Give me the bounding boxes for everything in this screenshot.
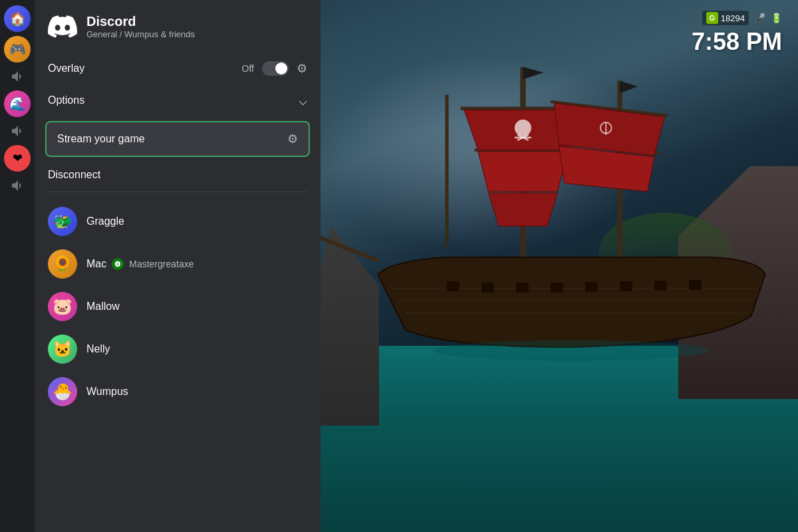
header-title: Discord (86, 14, 195, 29)
svg-rect-24 (551, 283, 563, 293)
battery-icon: 🔋 (771, 13, 782, 23)
user-name-wumpus: Wumpus (86, 386, 128, 398)
user-list: 🐲 Graggle 🌻 Mac Mastergreataxe 🐷 Mallow … (35, 195, 321, 532)
sidebar-item-game[interactable]: 🎮 (4, 36, 31, 63)
user-info-graggle: Graggle (86, 215, 124, 227)
svg-rect-27 (654, 281, 667, 291)
svg-marker-29 (523, 67, 543, 80)
mic-icon: 🎤 (754, 13, 765, 23)
chevron-down-icon: ⌵ (299, 92, 307, 109)
user-name-nelly: Nelly (86, 343, 110, 355)
overlay-label: Overlay (48, 63, 84, 74)
stream-gear-icon[interactable]: ⚙ (287, 132, 298, 146)
user-info-nelly: Nelly (86, 343, 110, 355)
user-name-mac: Mac (86, 258, 106, 270)
avatar-mallow: 🐷 (48, 292, 77, 321)
header-text: Discord General / Wumpus & friends (86, 14, 195, 39)
avatar-wumpus: 🐣 (48, 377, 77, 406)
overlay-gear-icon[interactable]: ⚙ (297, 61, 307, 76)
sidebar-speaker-1 (4, 66, 31, 86)
svg-rect-23 (516, 283, 529, 293)
sidebar-item-red[interactable]: ❤ (4, 145, 31, 172)
user-info-mallow: Mallow (86, 301, 120, 313)
overlay-status-text: Off (242, 63, 254, 74)
svg-point-12 (515, 120, 531, 136)
sidebar: 🏠 🎮 🌊 ❤ (0, 0, 35, 532)
svg-rect-28 (689, 280, 702, 290)
discord-logo-icon (48, 12, 77, 41)
sidebar-speaker-3 (4, 176, 31, 196)
sidebar-item-home[interactable]: 🏠 (4, 5, 31, 32)
user-info-wumpus: Wumpus (86, 386, 128, 398)
user-item-wumpus[interactable]: 🐣 Wumpus (35, 370, 321, 413)
svg-rect-26 (620, 281, 632, 291)
user-item-graggle[interactable]: 🐲 Graggle (35, 200, 321, 243)
ship-container (303, 53, 798, 399)
xbox-icon (112, 258, 124, 270)
options-row[interactable]: Options ⌵ (35, 84, 321, 117)
avatar-graggle: 🐲 (48, 207, 77, 236)
svg-marker-30 (620, 81, 638, 94)
avatar-nelly: 🐱 (48, 334, 77, 364)
user-item-nelly[interactable]: 🐱 Nelly (35, 328, 321, 370)
user-info-mac: Mac Mastergreataxe (86, 258, 194, 270)
user-name-mallow: Mallow (86, 301, 120, 313)
geforce-number: 18294 (721, 13, 745, 23)
sidebar-item-blue[interactable]: 🌊 (4, 90, 31, 117)
user-item-mallow[interactable]: 🐷 Mallow (35, 285, 321, 328)
svg-rect-22 (481, 283, 494, 293)
stream-button[interactable]: Stream your game ⚙ (45, 121, 310, 157)
status-icons: G 18294 🎤 🔋 (702, 11, 782, 25)
svg-marker-9 (488, 193, 557, 226)
gamertag-mac: Mastergreataxe (129, 259, 194, 269)
geforce-badge: G 18294 (702, 11, 749, 25)
svg-marker-8 (478, 152, 568, 192)
user-name-graggle: Graggle (86, 215, 124, 227)
overlay-controls: Off ⚙ (242, 61, 307, 76)
geforce-icon: G (706, 12, 718, 24)
user-item-mac[interactable]: 🌻 Mac Mastergreataxe (35, 243, 321, 285)
overlay-toggle[interactable] (262, 61, 289, 76)
svg-point-32 (433, 340, 710, 361)
disconnect-row[interactable]: Disconnect (35, 161, 321, 189)
avatar-mac: 🌻 (48, 249, 77, 279)
toggle-knob (275, 63, 287, 74)
clock: 7:58 PM (692, 28, 782, 56)
overlay-row: Overlay Off ⚙ (35, 53, 321, 84)
overlay-panel: Discord General / Wumpus & friends Overl… (35, 0, 321, 532)
divider (48, 192, 307, 192)
header-subtitle: General / Wumpus & friends (86, 29, 195, 39)
svg-rect-25 (585, 282, 598, 292)
status-bar: G 18294 🎤 🔋 7:58 PM (692, 11, 782, 56)
svg-rect-21 (447, 281, 460, 291)
disconnect-label: Disconnect (48, 169, 100, 180)
panel-header: Discord General / Wumpus & friends (35, 0, 321, 53)
sidebar-speaker-2 (4, 121, 31, 141)
stream-label: Stream your game (57, 133, 145, 145)
options-label: Options (48, 94, 84, 106)
